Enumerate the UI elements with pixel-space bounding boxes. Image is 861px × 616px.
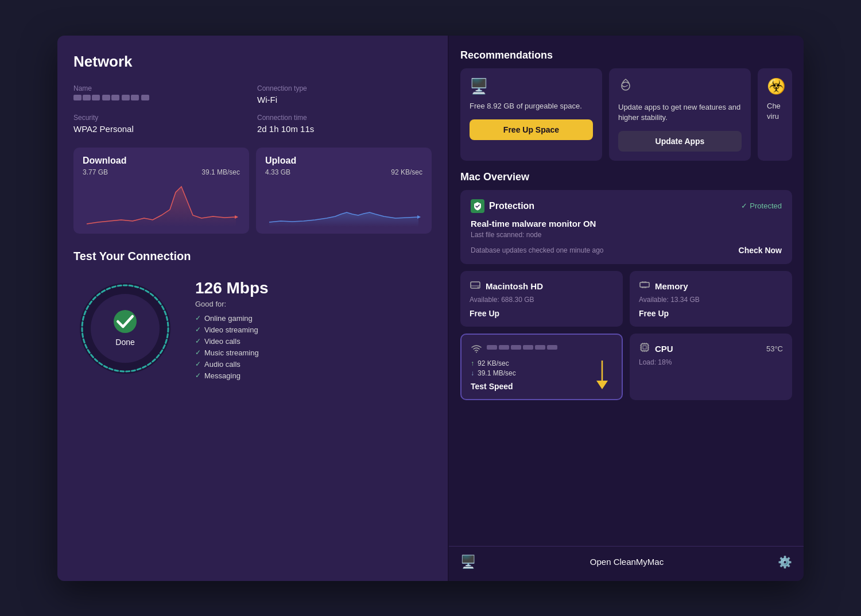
- security-group: Security WPA2 Personal: [73, 114, 248, 134]
- memory-available: Available: 13.34 GB: [639, 296, 783, 304]
- speed-info: 126 Mbps Good for: ✓ Online gaming ✓ Vid…: [195, 277, 269, 383]
- upload-arrow-icon: ↑: [471, 359, 474, 367]
- protection-title-group: Protection: [471, 199, 534, 213]
- rec-text-storage: Free 8.92 GB of purgeable space.: [470, 101, 593, 111]
- db-update-row: Database updates checked one minute ago …: [471, 246, 782, 255]
- feature-video-calls: ✓ Video calls: [195, 337, 269, 346]
- svg-point-7: [478, 286, 479, 288]
- memory-free-up-button[interactable]: Free Up: [639, 309, 669, 318]
- net-download-speed: 39.1 MB/sec: [478, 369, 516, 377]
- test-speed-button[interactable]: Test Speed: [471, 382, 513, 391]
- rec-text-updates: Update apps to get new features and high…: [618, 102, 742, 123]
- cpu-icon: [639, 342, 650, 356]
- hd-title: Macintosh HD: [486, 281, 543, 291]
- update-apps-button[interactable]: Update Apps: [618, 131, 742, 152]
- download-label: Download: [83, 156, 240, 166]
- db-update-text: Database updates checked one minute ago: [471, 246, 604, 254]
- connection-type-value: Wi-Fi: [257, 95, 432, 104]
- macintosh-hd-card: Macintosh HD Available: 688.30 GB Free U…: [460, 271, 623, 327]
- storage-icon: 🖥️: [470, 78, 593, 95]
- network-info: Name: [73, 84, 432, 134]
- rec-card-virus: ☣️ Che viru: [758, 68, 792, 161]
- speed-circle: Done: [73, 277, 177, 380]
- rec-text-virus-partial: Che viru: [767, 101, 783, 122]
- feature-text: Audio calls: [204, 360, 241, 369]
- memory-title: Memory: [655, 281, 688, 291]
- recommendations-row: 🖥️ Free 8.92 GB of purgeable space. Free…: [460, 68, 792, 161]
- upload-label: Upload: [265, 156, 422, 166]
- download-arrow-icon: ↓: [471, 369, 474, 377]
- svg-marker-1: [417, 215, 421, 219]
- virus-icon: ☣️: [767, 78, 783, 95]
- download-stats: 3.77 GB 39.1 MB/sec: [83, 168, 240, 176]
- name-label: Name: [73, 84, 248, 92]
- test-done-label: Done: [114, 338, 137, 347]
- network-mini-header: [471, 343, 612, 357]
- test-connection-title: Test Your Connection: [73, 250, 432, 263]
- footer: 🖥️ Open CleanMyMac ⚙️: [449, 546, 804, 578]
- download-chart-svg: [83, 181, 240, 227]
- update-icon: [618, 78, 742, 96]
- rec-card-updates: Update apps to get new features and high…: [609, 68, 751, 161]
- svg-point-15: [476, 351, 477, 352]
- svg-rect-18: [641, 344, 648, 351]
- feature-text: Music streaming: [204, 348, 259, 357]
- connection-time-group: Connection time 2d 1h 10m 11s: [257, 114, 432, 134]
- upload-chart: Upload 4.33 GB 92 KB/sec: [256, 148, 432, 234]
- feature-text: Video calls: [204, 337, 241, 346]
- gear-icon[interactable]: ⚙️: [778, 555, 792, 569]
- check-protected: ✓: [741, 202, 747, 210]
- hd-free-up-button[interactable]: Free Up: [470, 309, 499, 318]
- free-up-space-button[interactable]: Free Up Space: [470, 119, 593, 140]
- check-now-button[interactable]: Check Now: [739, 246, 782, 255]
- wifi-icon: [471, 343, 482, 357]
- test-content: Done 126 Mbps Good for: ✓ Online gaming …: [73, 277, 432, 383]
- svg-marker-17: [596, 381, 608, 389]
- upload-stats: 4.33 GB 92 KB/sec: [265, 168, 422, 176]
- feature-text: Messaging: [204, 371, 241, 380]
- protected-text: Protected: [750, 202, 782, 210]
- network-mini-card: ↑ 92 KB/sec ↓ 39.1 MB/sec Test Speed: [460, 334, 623, 400]
- network-name-group: Name: [73, 84, 248, 104]
- svg-marker-0: [235, 215, 238, 219]
- feature-list: ✓ Online gaming ✓ Video streaming ✓ Vide…: [195, 314, 269, 380]
- speed-value: 126 Mbps: [195, 279, 269, 297]
- feature-text: Online gaming: [204, 314, 253, 323]
- hd-available: Available: 688.30 GB: [470, 296, 614, 304]
- download-chart: Download 3.77 GB 39.1 MB/sec: [73, 148, 249, 234]
- network-title: Network: [73, 53, 432, 71]
- hd-header: Macintosh HD: [470, 279, 614, 293]
- feature-gaming: ✓ Online gaming: [195, 314, 269, 323]
- protected-badge: ✓ Protected: [741, 202, 782, 210]
- ssid-value: [73, 95, 248, 100]
- open-cleanmymac-label[interactable]: Open CleanMyMac: [590, 557, 664, 567]
- upload-speed: 92 KB/sec: [391, 168, 422, 176]
- download-total: 3.77 GB: [83, 168, 108, 176]
- good-for-label: Good for:: [195, 300, 269, 308]
- upload-chart-svg: [265, 181, 422, 227]
- memory-card: Memory Available: 13.34 GB Free Up: [630, 271, 792, 327]
- connection-time-value: 2d 1h 10m 11s: [257, 124, 432, 134]
- hd-icon: [470, 279, 481, 293]
- protection-label: Protection: [489, 201, 534, 211]
- feature-streaming: ✓ Video streaming: [195, 326, 269, 334]
- cpu-card: CPU 53°C Load: 18%: [630, 334, 792, 400]
- memory-header: Memory: [639, 279, 783, 293]
- network-panel: Network Name: [57, 36, 448, 581]
- cpu-load: Load: 18%: [639, 358, 783, 366]
- mac-overview-section: Mac Overview Protection: [460, 171, 792, 400]
- memory-icon: [639, 279, 650, 293]
- connection-type-group: Connection type Wi-Fi: [257, 84, 432, 104]
- protection-card: Protection ✓ Protected Real-time malware…: [460, 190, 792, 264]
- svg-rect-8: [640, 282, 649, 287]
- security-label: Security: [73, 114, 248, 122]
- feature-music: ✓ Music streaming: [195, 348, 269, 357]
- rec-card-storage: 🖥️ Free 8.92 GB of purgeable space. Free…: [460, 68, 602, 161]
- wifi-ssid: [487, 345, 557, 350]
- check-icon: [114, 310, 137, 333]
- cpu-temp: 53°C: [766, 344, 783, 353]
- recommendations-section: Recommendations 🖥️ Free 8.92 GB of purge…: [460, 49, 792, 161]
- circle-inner: Done: [114, 310, 137, 347]
- feature-audio: ✓ Audio calls: [195, 360, 269, 369]
- malware-status: Real-time malware monitor ON: [471, 219, 782, 228]
